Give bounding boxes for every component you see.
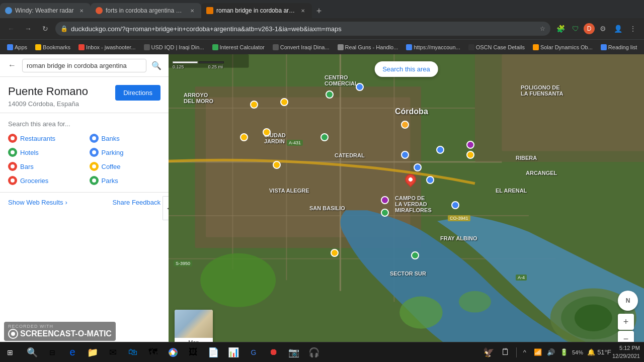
map-marker-7[interactable] <box>401 151 409 159</box>
clock[interactable]: 5:12 PM 12/29/2021 <box>612 344 640 360</box>
refresh-button[interactable]: ↻ <box>38 22 52 36</box>
show-web-results-link[interactable]: Show Web Results › <box>8 199 67 206</box>
search-submit-button[interactable]: 🔍 <box>149 58 164 72</box>
tab-close-maps[interactable]: ✕ <box>299 7 307 15</box>
map-marker-18[interactable] <box>451 201 459 209</box>
forward-button[interactable]: → <box>21 22 35 36</box>
map-marker-1[interactable] <box>280 98 288 106</box>
taskbar-photos[interactable]: 🖼 <box>184 343 202 361</box>
taskbar-headset[interactable]: 🎧 <box>305 343 323 361</box>
shield-icon[interactable]: 🛡 <box>569 22 583 36</box>
map-marker-17[interactable] <box>381 209 389 217</box>
map-marker-15[interactable] <box>426 176 434 184</box>
taskbar-google[interactable]: G <box>245 343 263 361</box>
menu-icon[interactable]: ⋮ <box>626 22 640 36</box>
map-marker-9[interactable] <box>263 128 271 136</box>
category-parks[interactable]: Parks <box>90 176 161 185</box>
directions-button[interactable]: Directions <box>115 85 160 101</box>
taskbar-chrome[interactable] <box>164 343 182 361</box>
taskbar-mail[interactable]: ✉ <box>104 343 122 361</box>
settings-icon[interactable]: ⚙ <box>596 22 610 36</box>
taskbar-running-explorer[interactable]: 🦅 <box>481 345 496 360</box>
svg-point-6 <box>11 178 15 183</box>
tab-maps[interactable]: roman bridge in cordoba arge... ✕ <box>201 3 312 18</box>
tray-battery-icon[interactable]: 🔋 <box>559 347 569 357</box>
tab-close-weather[interactable]: ✕ <box>77 7 86 15</box>
profile-icon[interactable]: 👤 <box>611 22 625 36</box>
extensions-icon[interactable]: 🧩 <box>553 22 568 36</box>
taskbar-screencast[interactable]: ⏺ <box>265 343 283 361</box>
zoom-in-button[interactable]: + <box>618 314 634 330</box>
map-marker-3[interactable] <box>356 83 364 91</box>
category-restaurants[interactable]: Restaurants <box>8 134 79 143</box>
compass-control[interactable]: N <box>618 291 638 311</box>
map-marker-2[interactable] <box>326 90 334 99</box>
oscn-favicon <box>468 44 474 50</box>
road-label-a4: A-4 <box>516 275 527 281</box>
taskbar-maps[interactable]: 🗺 <box>144 343 162 361</box>
share-feedback-link[interactable]: Share Feedback <box>113 199 160 206</box>
map-marker-4[interactable] <box>250 101 258 109</box>
category-parking[interactable]: Parking <box>90 148 161 157</box>
bookmark-myaccount[interactable]: https://myaccoun... <box>403 43 463 51</box>
taskbar-running-app[interactable]: 🗒 <box>498 345 513 360</box>
tray-notification-icon[interactable]: 🔔 <box>586 347 596 357</box>
tab-duckduckgo[interactable]: forts in cordoba argentina at Du... ✕ <box>91 3 201 18</box>
map-marker-11[interactable] <box>466 141 474 149</box>
map-area[interactable]: Córdoba CIUDADJARDIN CATEDRAL VISTA ALEG… <box>169 54 644 362</box>
map-marker-6[interactable] <box>240 133 248 141</box>
tray-network-icon[interactable]: 📶 <box>533 347 543 357</box>
search-input[interactable] <box>22 59 146 72</box>
taskbar-explorer[interactable]: 📁 <box>84 343 102 361</box>
address-bar[interactable]: 🔒 duckduckgo.com/?q=roman+bridge+in+cord… <box>55 22 550 36</box>
map-marker-16[interactable] <box>381 196 389 204</box>
new-tab-button[interactable]: + <box>312 4 326 18</box>
svg-point-27 <box>459 291 491 313</box>
tray-volume-icon[interactable]: 🔊 <box>546 347 556 357</box>
taskbar-pinned-icons: 🔍 ⊟ e 📁 ✉ 🛍 🗺 🖼 📄 📊 G ⏺ 📷 🎧 <box>20 343 326 361</box>
taskbar-camera[interactable]: 📷 <box>285 343 303 361</box>
category-hotels[interactable]: Hotels <box>8 148 79 157</box>
category-coffee[interactable]: Coffee <box>90 162 161 171</box>
bookmark-oscn[interactable]: OSCN Case Details <box>465 43 528 51</box>
tab-weather[interactable]: Windy: Weather radar ✕ <box>0 3 91 18</box>
panel-collapse-button[interactable]: ◂ <box>163 196 169 220</box>
bookmark-interest-calc[interactable]: Interest Calculator <box>209 43 268 51</box>
taskbar-cortana[interactable]: 🔍 <box>23 343 41 361</box>
main-location-pin[interactable] <box>405 174 417 190</box>
map-marker-20[interactable] <box>411 251 419 259</box>
duckduckgo-icon[interactable]: D <box>584 23 595 34</box>
tab-close-duckduckgo[interactable]: ✕ <box>188 7 196 15</box>
category-banks[interactable]: Banks <box>90 134 161 143</box>
bookmark-bookmarks[interactable]: Bookmarks <box>32 43 73 51</box>
search-back-button[interactable]: ← <box>5 58 19 72</box>
map-marker-10[interactable] <box>401 121 409 129</box>
tray-arrow-icon[interactable]: ^ <box>520 347 530 357</box>
bookmark-solar[interactable]: Solar Dynamics Ob... <box>530 43 596 51</box>
bookmark-inbox[interactable]: Inbox - jwashooter... <box>75 43 138 51</box>
map-type-button[interactable]: Map <box>175 310 213 347</box>
road-label-s3950: S-3950 <box>174 260 192 266</box>
map-marker-8[interactable] <box>436 146 444 154</box>
map-marker-13[interactable] <box>273 161 281 169</box>
bookmark-convert-iqd[interactable]: Convert Iraqi Dina... <box>270 43 333 51</box>
taskbar-powerpoint[interactable]: 📊 <box>224 343 243 361</box>
category-groceries[interactable]: Groceries <box>8 176 79 185</box>
map-marker-12[interactable] <box>466 151 474 159</box>
bookmark-reading-list[interactable]: Reading list <box>598 43 640 51</box>
map-marker-5[interactable] <box>320 133 329 141</box>
taskbar-edge[interactable]: e <box>63 343 82 361</box>
start-button[interactable]: ⊞ <box>0 342 20 363</box>
back-button[interactable]: ← <box>4 22 18 36</box>
taskbar-pdf[interactable]: 📄 <box>204 343 222 361</box>
taskbar-store[interactable]: 🛍 <box>124 343 142 361</box>
category-bars[interactable]: Bars <box>8 162 79 171</box>
tab-title-weather: Windy: Weather radar <box>15 7 74 14</box>
bookmark-apps[interactable]: Apps <box>4 43 30 51</box>
map-marker-14[interactable] <box>414 163 422 171</box>
bookmark-real-guns[interactable]: Real Guns - Handlo... <box>335 43 401 51</box>
map-marker-19[interactable] <box>331 249 339 257</box>
bookmark-usd-iqd[interactable]: USD IQD | Iraqi Din... <box>141 43 207 51</box>
taskbar-task-view[interactable]: ⊟ <box>43 343 61 361</box>
search-this-area-button[interactable]: Search this area <box>374 61 438 77</box>
